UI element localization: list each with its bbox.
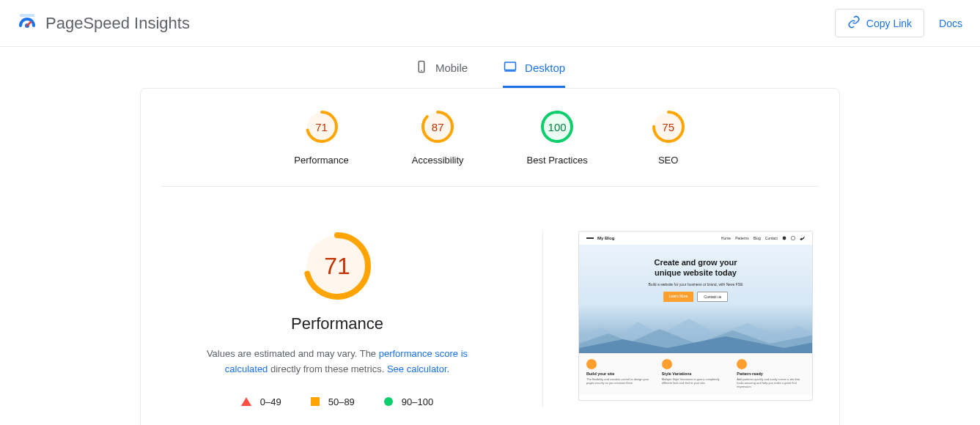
col-title: Build your site (586, 372, 655, 376)
nav-item: Blog (754, 236, 761, 240)
gauge-best-practices: 100 (539, 109, 575, 144)
screenshot-hero: Create and grow your unique website toda… (579, 245, 812, 353)
col-desc: Add patterns quickly and easily create a… (737, 377, 805, 389)
screenshot-header: My Blog Home Patterns Blog Contact (579, 232, 812, 245)
circle-icon (384, 397, 393, 406)
detail-description: Values are estimated and may vary. The p… (191, 347, 484, 377)
col-desc: Multiple Style Variations to give a comp… (662, 377, 730, 385)
instagram-icon (791, 236, 795, 240)
tab-desktop-label: Desktop (525, 62, 565, 74)
see-calculator-link[interactable]: See calculator. (387, 363, 449, 374)
performance-detail-left: 71 Performance Values are estimated and … (161, 231, 513, 407)
square-icon (311, 397, 320, 406)
header-actions: Copy Link Docs (835, 9, 962, 37)
gauge-accessibility: 87 (420, 109, 455, 144)
mountains-graphic (579, 313, 813, 353)
copy-link-button[interactable]: Copy Link (835, 9, 924, 37)
legend-good-label: 90–100 (402, 396, 433, 407)
screenshot-site-title: My Blog (597, 236, 614, 240)
nav-item: Home (721, 236, 731, 240)
col-title: Style Variations (662, 372, 730, 376)
performance-detail-right: My Blog Home Patterns Blog Contact Crea (572, 231, 819, 407)
tab-mobile-label: Mobile (435, 62, 468, 74)
vertical-divider (542, 231, 543, 407)
legend-bad: 0–49 (241, 396, 281, 407)
gauge-label: Best Practices (527, 155, 588, 166)
pagespeed-logo-icon (18, 12, 37, 34)
hero-buttons: Learn More Contact us (663, 292, 728, 302)
nav-item: Contact (765, 236, 778, 240)
hero-heading: Create and grow your unique website toda… (654, 258, 737, 278)
copy-link-label: Copy Link (866, 18, 912, 29)
gauge-label: Accessibility (412, 155, 464, 166)
header: PageSpeed Insights Copy Link Docs (0, 0, 980, 47)
gauge-value: 87 (420, 109, 455, 144)
device-tabs: Mobile Desktop (0, 47, 980, 88)
col-title: Pattern-ready (737, 372, 805, 376)
score-accessibility[interactable]: 87 Accessibility (412, 109, 464, 166)
gauge-value: 71 (304, 109, 339, 144)
score-seo[interactable]: 75 SEO (651, 109, 686, 166)
tab-mobile[interactable]: Mobile (415, 60, 468, 88)
hero-btn-primary: Learn More (663, 292, 694, 302)
svg-point-17 (783, 237, 786, 240)
performance-detail: 71 Performance Values are estimated and … (161, 187, 819, 407)
legend-bad-label: 0–49 (260, 396, 281, 407)
triangle-icon (241, 397, 251, 406)
legend-avg-label: 50–89 (328, 396, 355, 407)
hero-line: unique website today (655, 268, 737, 277)
nav-item: Patterns (735, 236, 749, 240)
legend-avg: 50–89 (311, 396, 355, 407)
score-performance[interactable]: 71 Performance (294, 109, 348, 166)
twitter-icon (800, 236, 805, 240)
score-summary-row: 71 Performance 87 Accessibility 100 (161, 109, 819, 187)
results-card: 71 Performance 87 Accessibility 100 (140, 88, 840, 425)
gauge-seo: 75 (651, 109, 686, 144)
gauge-performance: 71 (304, 109, 339, 144)
desktop-icon (503, 60, 517, 75)
screenshot-columns: Build your site The flexibility and crea… (579, 353, 812, 395)
col-desc: The flexibility and creative control to … (586, 377, 655, 385)
screenshot-nav: Home Patterns Blog Contact (721, 236, 805, 240)
tab-desktop[interactable]: Desktop (503, 60, 565, 88)
big-gauge-value: 71 (302, 231, 372, 301)
svg-rect-0 (20, 14, 34, 17)
feature-icon (737, 359, 747, 369)
gauge-label: SEO (658, 155, 678, 166)
link-icon (847, 15, 861, 31)
legend-good: 90–100 (384, 396, 433, 407)
score-best-practices[interactable]: 100 Best Practices (527, 109, 588, 166)
hero-sub: Build a website for your business or bra… (649, 282, 743, 287)
screenshot-col: Style Variations Multiple Style Variatio… (662, 359, 730, 389)
gauge-value: 75 (651, 109, 686, 144)
screenshot-col: Build your site The flexibility and crea… (586, 359, 655, 389)
hero-line: Create and grow your (654, 258, 737, 267)
page-title: PageSpeed Insights (45, 14, 190, 33)
gauge-label: Performance (294, 155, 348, 166)
mobile-icon (415, 60, 428, 75)
svg-line-2 (27, 22, 31, 26)
feature-icon (662, 359, 672, 369)
score-legend: 0–49 50–89 90–100 (241, 396, 433, 407)
screenshot-col: Pattern-ready Add patterns quickly and e… (737, 359, 805, 389)
facebook-icon (782, 236, 786, 240)
svg-rect-18 (792, 237, 795, 240)
menu-icon (586, 237, 594, 239)
brand: PageSpeed Insights (18, 12, 190, 34)
hero-btn-secondary: Contact us (697, 292, 728, 302)
feature-icon (586, 359, 597, 369)
big-gauge: 71 (302, 231, 372, 301)
desc-text: directly from these metrics. (268, 363, 387, 374)
docs-link[interactable]: Docs (939, 18, 962, 29)
gauge-value: 100 (539, 109, 575, 144)
page-screenshot: My Blog Home Patterns Blog Contact Crea (578, 231, 813, 401)
desc-text: Values are estimated and may vary. The (207, 348, 379, 359)
svg-rect-5 (505, 62, 516, 70)
detail-title: Performance (291, 314, 383, 333)
